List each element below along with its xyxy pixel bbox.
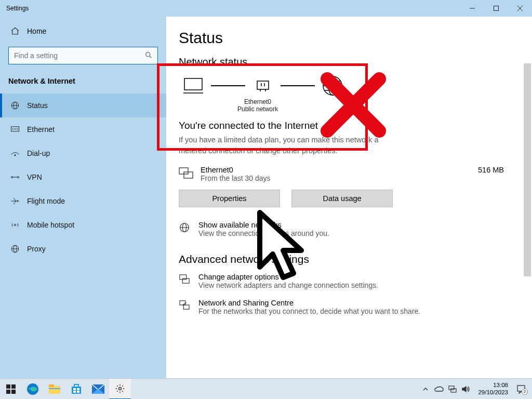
connection-period: From the last 30 days (201, 174, 478, 182)
svg-rect-63 (451, 389, 456, 392)
start-button[interactable] (0, 379, 22, 400)
sidebar-section-header: Network & Internet (0, 72, 166, 94)
connection-name: Ethernet0 (201, 166, 478, 174)
connection-usage: 516 MB (478, 166, 520, 174)
page-title: Status (179, 29, 520, 47)
sidebar-item-status[interactable]: Status (0, 94, 166, 117)
clock-time: 13:08 (478, 382, 508, 389)
data-usage-button[interactable]: Data usage (291, 190, 393, 207)
dialup-icon (10, 150, 20, 157)
svg-rect-51 (49, 386, 60, 394)
svg-point-61 (119, 387, 122, 390)
svg-rect-24 (257, 81, 269, 89)
svg-rect-59 (77, 391, 79, 393)
home-nav[interactable]: Home (0, 21, 166, 42)
network-status-heading: Network status (179, 56, 520, 68)
tray-network-icon[interactable] (448, 384, 457, 394)
svg-point-14 (15, 155, 16, 156)
svg-rect-22 (184, 78, 202, 90)
svg-rect-57 (77, 388, 79, 390)
sidebar-item-proxy[interactable]: Proxy (0, 237, 166, 261)
svg-point-16 (18, 177, 19, 178)
sidebar-item-label: Proxy (27, 245, 46, 253)
link-title: Show available networks (198, 221, 329, 229)
advanced-heading: Advanced network settings (179, 253, 520, 265)
globe-icon (10, 101, 20, 110)
show-available-networks[interactable]: Show available networks View the connect… (179, 221, 520, 237)
properties-button[interactable]: Properties (179, 190, 280, 207)
adapter-options-icon (179, 274, 191, 284)
hotspot-icon (10, 221, 20, 229)
sidebar-item-dialup[interactable]: Dial-up (0, 141, 166, 165)
svg-point-18 (15, 224, 16, 226)
taskbar: 13:08 29/10/2023 2 (0, 378, 532, 399)
clock-date: 29/10/2023 (478, 389, 508, 396)
internet-globe-icon (320, 75, 345, 96)
file-explorer-icon[interactable] (44, 379, 65, 400)
close-button[interactable] (508, 0, 532, 17)
sidebar-item-flightmode[interactable]: Flight mode (0, 189, 166, 213)
svg-rect-47 (11, 384, 16, 389)
connected-heading: You're connected to the Internet (179, 120, 520, 131)
mail-icon[interactable] (87, 379, 109, 400)
link-title: Network and Sharing Centre (198, 299, 420, 307)
tray-onedrive-icon[interactable] (434, 384, 444, 394)
settings-taskbar-icon[interactable] (109, 379, 131, 400)
home-label: Home (27, 27, 46, 35)
link-sub: For the networks that you connect to, de… (198, 307, 420, 315)
tray-chevron-icon[interactable] (421, 384, 430, 394)
vpn-icon (10, 174, 20, 181)
network-type: Public network (227, 105, 289, 113)
sidebar-item-label: VPN (27, 173, 42, 181)
airplane-icon (10, 196, 20, 206)
link-sub: View the connection options around you. (198, 229, 329, 237)
svg-rect-54 (72, 387, 81, 394)
taskbar-clock[interactable]: 13:08 29/10/2023 (475, 382, 511, 395)
sharing-icon (179, 300, 191, 310)
sidebar-item-label: Flight mode (27, 197, 65, 205)
maximize-button[interactable] (484, 0, 508, 17)
svg-rect-62 (449, 386, 454, 390)
svg-rect-55 (74, 384, 78, 387)
svg-rect-46 (6, 384, 10, 389)
sidebar-item-label: Ethernet (27, 125, 55, 134)
titlebar: Settings (0, 0, 532, 17)
svg-line-5 (150, 56, 151, 58)
network-diagram (181, 75, 520, 96)
svg-line-43 (182, 302, 186, 305)
svg-point-4 (146, 52, 150, 57)
svg-rect-52 (49, 384, 54, 387)
network-sharing-centre[interactable]: Network and Sharing Centre For the netwo… (179, 299, 520, 315)
scrollbar[interactable] (524, 63, 531, 276)
action-center-icon[interactable]: 2 (515, 384, 527, 394)
diagram-label: Ethernet0 Public network (227, 98, 289, 113)
search-input[interactable] (8, 47, 158, 64)
connected-subtext: If you have a limited data plan, you can… (179, 135, 392, 156)
sidebar-item-ethernet[interactable]: Ethernet (0, 117, 166, 141)
change-adapter-options[interactable]: Change adapter options View network adap… (179, 273, 520, 289)
main-content: Status Network status Ether (166, 17, 532, 378)
svg-rect-42 (183, 305, 189, 309)
sidebar: Home Network & Internet Status Ether (0, 17, 166, 378)
svg-rect-58 (73, 391, 76, 393)
sidebar-item-vpn[interactable]: VPN (0, 165, 166, 189)
svg-rect-53 (49, 388, 60, 389)
link-title: Change adapter options (198, 273, 378, 281)
proxy-icon (10, 244, 20, 254)
store-icon[interactable] (65, 379, 87, 400)
tray-volume-icon[interactable] (461, 384, 471, 394)
sidebar-item-hotspot[interactable]: Mobile hotspot (0, 213, 166, 237)
svg-rect-56 (73, 388, 76, 390)
svg-rect-9 (11, 127, 19, 131)
edge-icon[interactable] (22, 379, 44, 400)
minimize-button[interactable] (460, 0, 484, 17)
adapter-name: Ethernet0 (227, 98, 289, 105)
globe-icon (179, 222, 191, 233)
svg-point-15 (11, 177, 13, 178)
search-icon (144, 51, 153, 59)
svg-rect-49 (11, 390, 16, 394)
computer-icon (181, 75, 206, 96)
adapter-icon (250, 75, 275, 96)
sidebar-item-label: Dial-up (27, 149, 50, 157)
svg-rect-1 (494, 6, 499, 11)
